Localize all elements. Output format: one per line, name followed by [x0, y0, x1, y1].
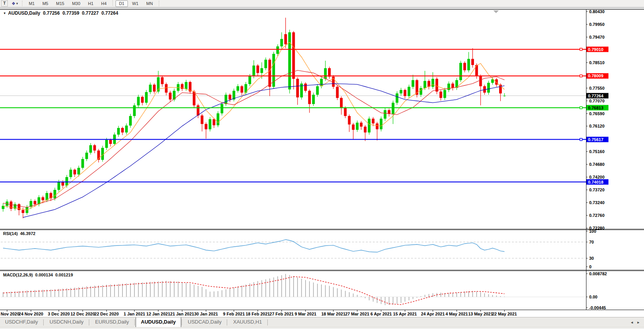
time-axis: 14 Nov 202024 Nov 20203 Dec 202012 Dec 2…: [0, 310, 517, 316]
ma-mid-red: [3, 70, 505, 208]
svg-text:24 Nov 2020: 24 Nov 2020: [19, 312, 43, 316]
macd-main-value: 0.000134: [35, 273, 53, 277]
candlesticks: [2, 18, 506, 218]
chart-window: 0.790100.780090.768130.756170.740180.772…: [0, 9, 644, 317]
timeframe-button-d1[interactable]: D1: [116, 0, 128, 7]
objects-tool-icon[interactable]: ❖: [12, 1, 15, 6]
svg-text:3 Dec 2020: 3 Dec 2020: [48, 312, 70, 316]
tab-divider: [43, 319, 44, 326]
svg-text:0: 0: [589, 264, 591, 269]
window-bottom-strip: [0, 327, 644, 329]
macd-pane: 0.0087820.00-0.00445: [1, 271, 607, 310]
chart-tab-usdcnh-daily[interactable]: USDCNH,Daily: [44, 317, 88, 327]
svg-text:0.008782: 0.008782: [589, 271, 607, 276]
line-handle[interactable]: [580, 107, 582, 109]
line-handle[interactable]: [580, 138, 582, 141]
rsi-pane: 10070300: [1, 229, 596, 269]
svg-text:0.75617: 0.75617: [588, 137, 603, 142]
svg-text:0.77070: 0.77070: [589, 99, 605, 103]
chart-symbol-label: AUDUSD,Daily: [8, 10, 40, 16]
svg-text:0.76590: 0.76590: [589, 111, 605, 116]
svg-text:12 Dec 2020: 12 Dec 2020: [71, 312, 95, 316]
objects-dropdown-caret-icon[interactable]: ▾: [16, 2, 18, 5]
text-tool-button[interactable]: T: [1, 0, 8, 7]
timeframe-button-h4[interactable]: H4: [98, 0, 110, 7]
macd-pane-label: MACD(12,26,9)0.0001340.001219: [3, 273, 75, 277]
svg-text:22 Dec 2020: 22 Dec 2020: [94, 312, 119, 316]
chart-dropdown-icon[interactable]: ▼: [3, 12, 6, 15]
chart-tabs: USDCHF,DailyUSDCNH,DailyEURUSD,DailyAUDU…: [0, 317, 268, 327]
macd-indicator-name: MACD(12,26,9): [3, 273, 33, 277]
svg-text:0.80430: 0.80430: [589, 9, 605, 14]
line-handle[interactable]: [580, 48, 582, 51]
toolbar-separator: [22, 1, 23, 6]
macd-signal-value: 0.001219: [55, 273, 73, 277]
chart-tab-eurusd-daily[interactable]: EURUSD,Daily: [90, 317, 134, 327]
tab-divider: [267, 319, 268, 326]
svg-text:9 Mar 2021: 9 Mar 2021: [295, 312, 316, 316]
svg-text:24 Apr 2021: 24 Apr 2021: [421, 312, 445, 316]
ohlc-high: 0.77359: [63, 10, 79, 16]
tab-divider: [182, 319, 182, 326]
chart-tab-xauusd-h1[interactable]: XAUUSD,H1: [228, 317, 267, 327]
chart-tab-audusd-daily[interactable]: AUDUSD,Daily: [136, 317, 181, 327]
timeframe-toolbar: T ❖ ▾ M1M5M15M30H1H4D1W1MN: [0, 0, 644, 7]
tab-scroll-arrows: ◄ ►: [627, 317, 644, 327]
terminal-window: T ❖ ▾ M1M5M15M30H1H4D1W1MN 0.790100.7800…: [0, 0, 644, 329]
timeframe-button-m30[interactable]: M30: [68, 0, 83, 7]
chart-tab-usdcad-daily[interactable]: USDCAD,Daily: [183, 317, 226, 327]
toolbar-separator: [159, 1, 160, 6]
svg-text:21 Jan 2021: 21 Jan 2021: [170, 312, 194, 316]
svg-text:30 Jan 2021: 30 Jan 2021: [194, 312, 218, 316]
timeframe-button-w1[interactable]: W1: [129, 0, 142, 7]
horizontal-lines[interactable]: 0.790100.780090.768130.756170.74018: [0, 47, 608, 185]
svg-text:13 May 2021: 13 May 2021: [468, 312, 493, 316]
svg-text:0.76813: 0.76813: [588, 106, 603, 110]
svg-text:-0.00445: -0.00445: [589, 305, 606, 310]
svg-text:0.74018: 0.74018: [588, 180, 603, 184]
rsi-pane-label: RSI(14)46.3972: [3, 231, 38, 236]
tab-scroll-left-icon[interactable]: ◄: [630, 320, 634, 324]
chart-tab-usdchf-daily[interactable]: USDCHF,Daily: [0, 317, 43, 327]
timeframe-button-m1[interactable]: M1: [25, 0, 38, 7]
svg-text:0.79470: 0.79470: [589, 35, 605, 39]
svg-text:27 Feb 2021: 27 Feb 2021: [270, 312, 294, 316]
svg-text:0.00: 0.00: [589, 295, 597, 299]
chart-title: ▼AUDUSD,Daily0.772560.773590.772270.7726…: [3, 10, 121, 16]
svg-text:12 Jan 2021: 12 Jan 2021: [146, 312, 170, 316]
svg-text:0.76120: 0.76120: [589, 124, 605, 128]
ohlc-low: 0.77227: [82, 10, 99, 16]
timeframe-buttons: M1M5M15M30H1H4D1W1MN: [25, 0, 156, 7]
chart-tab-bar: USDCHF,DailyUSDCNH,DailyEURUSD,DailyAUDU…: [0, 317, 644, 327]
svg-text:0.77550: 0.77550: [589, 86, 605, 90]
svg-text:9 Feb 2021: 9 Feb 2021: [223, 312, 245, 316]
svg-text:15 Apr 2021: 15 Apr 2021: [393, 312, 417, 316]
timeframe-button-mn[interactable]: MN: [143, 0, 156, 7]
rsi-current-value: 46.3972: [20, 231, 36, 236]
svg-text:4 May 2021: 4 May 2021: [445, 312, 468, 316]
svg-text:0.79010: 0.79010: [588, 47, 603, 52]
svg-text:0.78510: 0.78510: [589, 60, 605, 65]
tab-divider: [89, 319, 90, 326]
ohlc-close: 0.77264: [101, 10, 118, 16]
tab-divider: [227, 319, 228, 326]
svg-text:0.75160: 0.75160: [589, 149, 605, 154]
timeframe-button-m5[interactable]: M5: [39, 0, 52, 7]
timeframe-button-m15[interactable]: M15: [53, 0, 68, 7]
svg-text:0.72760: 0.72760: [589, 213, 605, 218]
svg-text:18 Feb 2021: 18 Feb 2021: [246, 312, 270, 316]
svg-text:1 Jan 2021: 1 Jan 2021: [124, 312, 145, 316]
chart-canvas[interactable]: 0.790100.780090.768130.756170.740180.772…: [0, 9, 644, 317]
svg-text:14 Nov 2020: 14 Nov 2020: [0, 312, 19, 316]
toolbar-separator: [112, 0, 113, 6]
svg-text:0.77264: 0.77264: [588, 94, 604, 98]
line-handle[interactable]: [580, 75, 582, 77]
ohlc-open: 0.77256: [43, 10, 59, 16]
price-axis: 0.804300.799500.794700.785100.775500.770…: [586, 9, 605, 230]
tab-scroll-right-icon[interactable]: ►: [637, 320, 640, 324]
svg-text:70: 70: [589, 240, 594, 244]
svg-text:100: 100: [589, 229, 596, 234]
svg-text:0.74200: 0.74200: [589, 175, 605, 179]
timeframe-button-h1[interactable]: H1: [85, 0, 97, 7]
svg-text:0.73720: 0.73720: [589, 188, 605, 192]
